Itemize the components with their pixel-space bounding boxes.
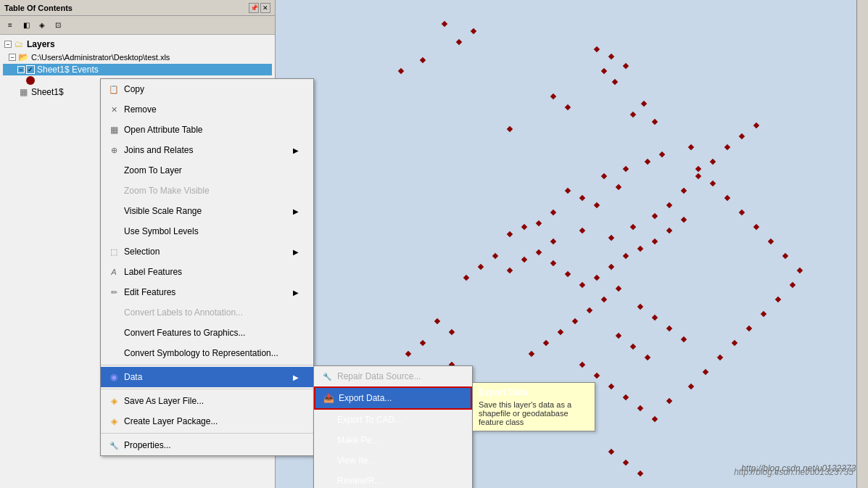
review-icon [320,473,334,488]
menu-convert-symbology[interactable]: Convert Symbology to Representation... [101,343,313,363]
menu-save-layer-label: Save As Layer File... [124,396,299,406]
menu-remove[interactable]: Remove [101,99,313,120]
menu-save-layer[interactable]: ◈ Save As Layer File... [101,391,313,411]
menu-selection[interactable]: Selection ▶ [101,241,313,262]
convert-sym-icon [107,346,121,360]
toc-list-view-btn[interactable]: ≡ [3,18,17,33]
table-icon: ▦ [17,86,29,98]
submenu-arrow-scale: ▶ [293,207,299,215]
submenu-export-label: Export Data... [339,393,456,403]
file-path-label: C:\Users\Administrator\Desktop\test.xls [31,53,170,62]
submenu-view-item[interactable]: View Ite... [314,450,472,471]
toc-close-btn[interactable]: ✕ [260,3,270,13]
symbol-icon [107,224,121,239]
menu-scale-label: Visible Scale Range [124,206,287,216]
toc-pin-btn[interactable]: 📌 [249,3,259,13]
toc-source-view-btn[interactable]: ◧ [19,18,33,33]
makepe-icon [320,433,334,447]
menu-data[interactable]: ◉ Data ▶ Repair Data Source... 📤 Export … [101,367,313,387]
tree-file-path[interactable]: − 📂 C:\Users\Administrator\Desktop\test.… [3,51,272,64]
menu-convert-labels-label: Convert Labels to Annotation... [124,307,299,318]
label-icon [107,265,121,279]
tree-sheet-events[interactable]: − Sheet1$ Events [3,64,272,75]
toc-title: Table Of Contents [4,4,73,12]
submenu-repair: Repair Data Source... [314,366,472,386]
menu-pkg-label: Create Layer Package... [124,416,299,426]
submenu-arrow-selection: ▶ [293,248,299,256]
menu-sep-2 [101,389,313,389]
menu-zoom-layer[interactable]: Zoom To Layer [101,160,313,181]
toc-sel-view-btn[interactable]: ⊡ [51,18,65,33]
menu-convert-sym-label: Convert Symbology to Representation... [124,348,299,358]
data-icon: ◉ [107,370,121,384]
prop-icon [107,438,121,452]
menu-convert-labels: Convert Labels to Annotation... [101,302,313,323]
expand-sheet-icon: − [17,66,25,73]
repair-icon [320,369,334,384]
menu-edit[interactable]: Edit Features ▶ [101,282,313,302]
menu-zoom-visible: Zoom To Make Visible [101,181,313,201]
tree-layers-root[interactable]: − 🗂 Layers [3,38,272,51]
menu-symbol-levels[interactable]: Use Symbol Levels [101,221,313,241]
remove-icon [107,102,121,117]
menu-remove-label: Remove [124,104,299,115]
toc-titlebar: Table Of Contents 📌 ✕ [0,0,275,16]
menu-open-attr-label: Open Attribute Table [124,125,299,135]
pkg-icon: ◈ [107,414,121,429]
export-tooltip: Export Data Save this layer's data as a … [472,382,595,431]
edit-icon [107,285,121,299]
selection-icon [107,244,121,259]
submenu-export-cad-label: Export To CAD... [337,415,458,425]
menu-edit-label: Edit Features [124,287,287,297]
copy-icon [107,82,121,96]
layers-label: Layers [27,39,55,49]
menu-properties-label: Properties... [124,440,299,450]
expand-icon-file: − [9,54,16,61]
submenu-repair-label: Repair Data Source... [337,371,458,381]
menu-label[interactable]: Label Features [101,262,313,282]
cad-icon [320,413,334,427]
file-icon: 📂 [17,51,29,63]
submenu-makepe-label: Make Pe... [337,435,458,445]
layer-checkbox[interactable] [26,65,35,74]
menu-convert-features-label: Convert Features to Graphics... [124,328,299,338]
menu-sep-1 [101,365,313,365]
submenu-export-data[interactable]: 📤 Export Data... [314,386,472,410]
submenu-arrow-joins: ▶ [293,146,299,154]
menu-create-package[interactable]: ◈ Create Layer Package... [101,411,313,431]
submenu-review-label: Review/R... [337,476,458,486]
menu-copy[interactable]: Copy [101,79,313,99]
menu-sep-3 [101,433,313,434]
submenu-make-pe[interactable]: Make Pe... [314,430,472,450]
menu-zoom-visible-label: Zoom To Make Visible [124,186,299,196]
submenu-arrow-edit: ▶ [293,289,299,297]
join-icon [107,143,121,157]
expand-icon: − [4,41,12,48]
menu-properties[interactable]: Properties... [101,435,313,455]
map-watermark: http://blog.csdn.net/u01323735 [734,467,853,477]
menu-open-attr[interactable]: Open Attribute Table [101,120,313,140]
submenu-viewitem-label: View Ite... [337,455,458,466]
scrollbar[interactable] [856,0,868,488]
table-icon-menu [107,123,121,137]
submenu-export-cad[interactable]: Export To CAD... [314,410,472,430]
data-submenu: Repair Data Source... 📤 Export Data... E… [313,365,473,488]
menu-zoom-label: Zoom To Layer [124,165,299,175]
menu-selection-label: Selection [124,247,287,257]
menu-label-label: Label Features [124,267,299,277]
menu-symbol-label: Use Symbol Levels [124,226,299,236]
zoom-icon [107,163,121,178]
viewitem-icon [320,453,334,468]
zoom-visible-icon [107,183,121,198]
menu-visible-scale[interactable]: Visible Scale Range ▶ [101,201,313,221]
submenu-arrow-data: ▶ [293,373,299,381]
folder-icon: 🗂 [13,38,25,50]
menu-data-label: Data [124,372,287,382]
export-icon: 📤 [321,391,336,405]
menu-convert-features[interactable]: Convert Features to Graphics... [101,323,313,343]
toc-controls: 📌 ✕ [249,3,270,13]
toc-visibility-view-btn[interactable]: ◈ [35,18,49,33]
submenu-review[interactable]: Review/R... [314,471,472,488]
menu-joins[interactable]: Joins and Relates ▶ [101,140,313,160]
save-layer-icon: ◈ [107,394,121,408]
